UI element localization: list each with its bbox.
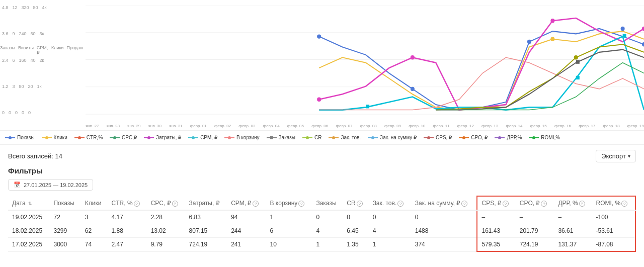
sort-icon-date[interactable]: ⇅ <box>28 201 32 206</box>
chart-svg <box>86 5 644 115</box>
col-clicks-label: Клики <box>85 200 102 207</box>
col-drr: ДРР, %? <box>554 196 592 210</box>
cell-cr: 1.35 <box>343 238 368 252</box>
y-val: 0 <box>28 110 31 115</box>
legend-area: Показы Клики CTR,% CPC,₽ Затраты, ₽ <box>0 131 644 145</box>
legend-label-costs: Затраты, ₽ <box>156 135 181 140</box>
x-label: февр. 13 <box>481 124 498 128</box>
col-romi-label: ROMI, % <box>596 200 620 207</box>
help-icon-cpm[interactable]: ? <box>253 201 259 207</box>
cell-cps: 161.43 <box>477 224 515 238</box>
legend-line-costs <box>144 135 154 140</box>
legend-cpo[interactable]: CPO, ₽ <box>459 135 488 140</box>
col-cpo-label: CPO, ₽ <box>520 200 540 207</box>
help-icon-cps[interactable]: ? <box>503 201 509 207</box>
svg-point-21 <box>9 136 12 139</box>
help-icon-cpo[interactable]: ? <box>541 201 547 207</box>
col-ord-sum-label: Зак. на сумму, ₽ <box>415 200 460 207</box>
legend-cpc[interactable]: CPC,₽ <box>110 135 137 140</box>
col-ord-goods-label: Зак. тов. <box>373 200 397 207</box>
export-label: Экспорт <box>601 152 626 160</box>
legend-line-ord-sum <box>368 135 378 140</box>
cell-cpc: 2.28 <box>147 210 185 224</box>
legend-cart[interactable]: В корзину <box>224 135 260 140</box>
col-cpc: CPC, ₽? <box>147 196 185 210</box>
table-row: 18.02.20253299621.8813.02807.15244646.45… <box>8 224 635 238</box>
cell-date: 17.02.2025 <box>8 238 49 252</box>
x-label: февр. 15 <box>530 124 547 128</box>
col-shows-label: Показы <box>53 200 74 207</box>
svg-point-43 <box>427 136 430 139</box>
x-label: февр. 17 <box>579 124 595 128</box>
svg-point-33 <box>228 136 231 139</box>
cell-orders: 0 <box>312 210 343 224</box>
col-cps-label: CPS, ₽ <box>481 200 501 207</box>
cell-cart: 6 <box>266 224 312 238</box>
y-val: 3 <box>13 84 15 89</box>
legend-cr[interactable]: CR <box>302 135 321 140</box>
help-icon-cart[interactable]: ? <box>298 201 304 207</box>
col-cr: CR? <box>343 196 368 210</box>
legend-orders[interactable]: Заказы <box>267 135 295 140</box>
legend-ctr[interactable]: CTR,% <box>74 135 103 140</box>
legend-line-cpm <box>188 135 198 140</box>
cell-cpc: 9.79 <box>147 238 185 252</box>
svg-rect-17 <box>623 34 626 37</box>
legend-label-drr: ДРР,% <box>507 135 522 140</box>
cell-drr: 131.37 <box>554 238 592 252</box>
cell-costs: 724.19 <box>185 238 227 252</box>
col-cpm-label: CPM, ₽ <box>231 200 252 207</box>
legend-drr[interactable]: ДРР,% <box>495 135 522 140</box>
legend-cpm[interactable]: CPM, ₽ <box>188 135 217 140</box>
x-label: янв. 30 <box>148 124 162 128</box>
legend-shows[interactable]: Показы <box>5 135 35 140</box>
cell-drr: – <box>554 210 592 224</box>
help-icon-ord-sum[interactable]: ? <box>461 201 467 207</box>
legend-label-ord-sum: Зак. на сумму ₽ <box>380 135 417 140</box>
legend-clicks[interactable]: Клики <box>42 135 67 140</box>
legend-cps[interactable]: CPS, ₽ <box>424 135 452 140</box>
cell-cpc: 13.02 <box>147 224 185 238</box>
cell-cart: 10 <box>266 238 312 252</box>
legend-line-cpo <box>459 135 469 140</box>
legend-label-cpc: CPC,₽ <box>122 135 137 140</box>
y-val: 80 <box>19 84 24 89</box>
y-name: CPM, ₽ <box>37 45 48 55</box>
export-button[interactable]: Экспорт ▾ <box>596 150 636 162</box>
cell-cpo: 201.79 <box>516 224 554 238</box>
help-icon-romi[interactable]: ? <box>621 201 627 207</box>
col-cpm: CPM, ₽? <box>227 196 266 210</box>
y-name: Клики <box>51 45 64 55</box>
x-label: янв. 29 <box>127 124 140 128</box>
help-icon-drr[interactable]: ? <box>579 201 585 207</box>
y-val: 1к <box>37 84 42 89</box>
cell-ctr: 2.47 <box>108 238 147 252</box>
svg-point-27 <box>113 136 116 139</box>
y-val: 0 <box>2 110 5 115</box>
date-filter[interactable]: 📅 27.01.2025 — 19.02.2025 <box>8 179 93 191</box>
y-val: 6 <box>13 58 15 63</box>
chart-area: 4.8 12 320 80 4к 3.6 9 240 60 3к 2.4 6 1… <box>0 0 644 131</box>
svg-point-12 <box>411 55 415 59</box>
help-icon-ctr[interactable]: ? <box>134 201 140 207</box>
cell-shows: 72 <box>49 210 80 224</box>
cell-ord_goods: 4 <box>369 224 411 238</box>
legend-label-cart: В корзину <box>236 135 260 140</box>
svg-point-8 <box>621 27 625 31</box>
legend-ord-goods[interactable]: Зак. тов. <box>329 135 361 140</box>
legend-label-cpo: CPO, ₽ <box>471 135 488 140</box>
legend-costs[interactable]: Затраты, ₽ <box>144 135 181 140</box>
legend-romi[interactable]: ROMI,% <box>529 135 560 140</box>
filters-title: Фильтры <box>8 166 636 175</box>
svg-rect-19 <box>576 60 580 64</box>
y-val: 80 <box>33 5 38 10</box>
y-val: 4к <box>42 5 47 10</box>
legend-ord-sum[interactable]: Зак. на сумму ₽ <box>368 135 417 140</box>
legend-line-cps <box>424 135 434 140</box>
svg-point-6 <box>411 87 415 91</box>
help-icon-cpc[interactable]: ? <box>172 201 178 207</box>
help-icon-cr[interactable]: ? <box>357 201 363 207</box>
help-icon-ord-goods[interactable]: ? <box>397 201 404 207</box>
svg-point-23 <box>45 136 48 139</box>
cell-romi: -100 <box>592 210 635 224</box>
